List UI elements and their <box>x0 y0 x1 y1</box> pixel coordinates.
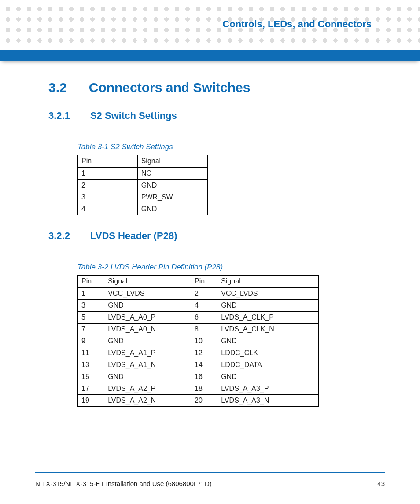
page-content: 3.2 Connectors and Switches 3.2.1 S2 Swi… <box>48 75 380 407</box>
table-cell: 16 <box>191 371 217 383</box>
table-cell: 5 <box>78 312 104 324</box>
table-cell: 13 <box>78 359 104 371</box>
table-cell: 20 <box>191 395 217 407</box>
table-cell: 2 <box>78 180 138 191</box>
table-row: 4GND <box>78 203 208 215</box>
table-cell: LVDS_A_A0_N <box>104 324 191 335</box>
table-cell: 7 <box>78 324 104 335</box>
table-cell: GND <box>217 300 319 312</box>
subsection-number: 3.2.1 <box>48 110 70 121</box>
table-row: 1VCC_LVDS2VCC_LVDS <box>78 287 319 300</box>
table-cell: PWR_SW <box>137 191 207 203</box>
table-cell: 4 <box>191 300 217 312</box>
table-cell: 19 <box>78 395 104 407</box>
table-header: Signal <box>104 276 191 288</box>
table-caption-1: Table 3-1 S2 Switch Settings <box>77 143 380 151</box>
table-cell: 17 <box>78 383 104 395</box>
table-cell: LDDC_CLK <box>217 347 319 359</box>
table-cell: 4 <box>78 203 138 215</box>
table-row: 9GND10GND <box>78 335 319 347</box>
table-row: 19LVDS_A_A2_N20LVDS_A_A3_N <box>78 395 319 407</box>
subsection-title: LVDS Header (P28) <box>90 230 177 242</box>
subsection-title: S2 Switch Settings <box>90 110 177 121</box>
table-cell: LVDS_A_A2_N <box>104 395 191 407</box>
table-header: Pin <box>78 276 104 288</box>
page-footer: NITX-315/NITX-315-ET Installation and Us… <box>35 480 385 487</box>
table-cell: VCC_LVDS <box>104 287 191 300</box>
table-cell: LVDS_A_A0_P <box>104 312 191 324</box>
subsection-number: 3.2.2 <box>48 230 70 242</box>
footer-doc-title: NITX-315/NITX-315-ET Installation and Us… <box>35 480 212 487</box>
table-cell: 9 <box>78 335 104 347</box>
table-row: 5LVDS_A_A0_P6LVDS_A_CLK_P <box>78 312 319 324</box>
table-cell: VCC_LVDS <box>217 287 319 300</box>
table-row: 15GND16GND <box>78 371 319 383</box>
table-cell: GND <box>217 335 319 347</box>
table-row: 13LVDS_A_A1_N14LDDC_DATA <box>78 359 319 371</box>
table-cell: 1 <box>78 167 138 180</box>
table-header: Signal <box>137 155 207 168</box>
table-cell: GND <box>104 371 191 383</box>
table-cell: 10 <box>191 335 217 347</box>
table-cell: LVDS_A_CLK_N <box>217 324 319 335</box>
chapter-title: Controls, LEDs, and Connectors <box>222 18 372 30</box>
section-heading: 3.2 Connectors and Switches <box>48 80 380 95</box>
table-cell: 8 <box>191 324 217 335</box>
table-header: Pin <box>191 276 217 288</box>
table-cell: LVDS_A_A3_N <box>217 395 319 407</box>
table-cell: 6 <box>191 312 217 324</box>
table-cell: 18 <box>191 383 217 395</box>
table-row: 3GND4GND <box>78 300 319 312</box>
header-bar <box>0 50 420 61</box>
subsection-heading-2: 3.2.2 LVDS Header (P28) <box>48 230 380 242</box>
table-cell: 1 <box>78 287 104 300</box>
table-row: 7LVDS_A_A0_N8LVDS_A_CLK_N <box>78 324 319 335</box>
table-cell: LVDS_A_A1_P <box>104 347 191 359</box>
table-cell: 14 <box>191 359 217 371</box>
table-cell: LVDS_A_A2_P <box>104 383 191 395</box>
table-cell: LVDS_A_A1_N <box>104 359 191 371</box>
table-cell: 11 <box>78 347 104 359</box>
table-cell: LVDS_A_CLK_P <box>217 312 319 324</box>
table-header: Signal <box>217 276 319 288</box>
table-cell: 3 <box>78 300 104 312</box>
table-row: 2GND <box>78 180 208 191</box>
footer-page-number: 43 <box>377 480 385 487</box>
table-cell: 2 <box>191 287 217 300</box>
table-header: Pin <box>78 155 138 168</box>
table-cell: GND <box>104 335 191 347</box>
table-cell: LVDS_A_A3_P <box>217 383 319 395</box>
subsection-heading-1: 3.2.1 S2 Switch Settings <box>48 110 380 121</box>
section-number: 3.2 <box>48 80 67 95</box>
table-row: 17LVDS_A_A2_P18LVDS_A_A3_P <box>78 383 319 395</box>
table-cell: GND <box>104 300 191 312</box>
table-cell: GND <box>137 180 207 191</box>
table-cell: GND <box>137 203 207 215</box>
table-caption-2: Table 3-2 LVDS Header Pin Definition (P2… <box>77 263 380 272</box>
table-cell: 12 <box>191 347 217 359</box>
table-row: 1NC <box>78 167 208 180</box>
table-s2-switch: Pin Signal 1NC2GND3PWR_SW4GND <box>77 155 208 215</box>
table-lvds-header: Pin Signal Pin Signal 1VCC_LVDS2VCC_LVDS… <box>77 275 319 407</box>
table-row: 3PWR_SW <box>78 191 208 203</box>
footer-rule <box>35 472 385 473</box>
table-cell: GND <box>217 371 319 383</box>
table-cell: NC <box>137 167 207 180</box>
section-title: Connectors and Switches <box>89 80 251 95</box>
table-row: 11LVDS_A_A1_P12LDDC_CLK <box>78 347 319 359</box>
table-cell: 3 <box>78 191 138 203</box>
table-cell: 15 <box>78 371 104 383</box>
table-cell: LDDC_DATA <box>217 359 319 371</box>
